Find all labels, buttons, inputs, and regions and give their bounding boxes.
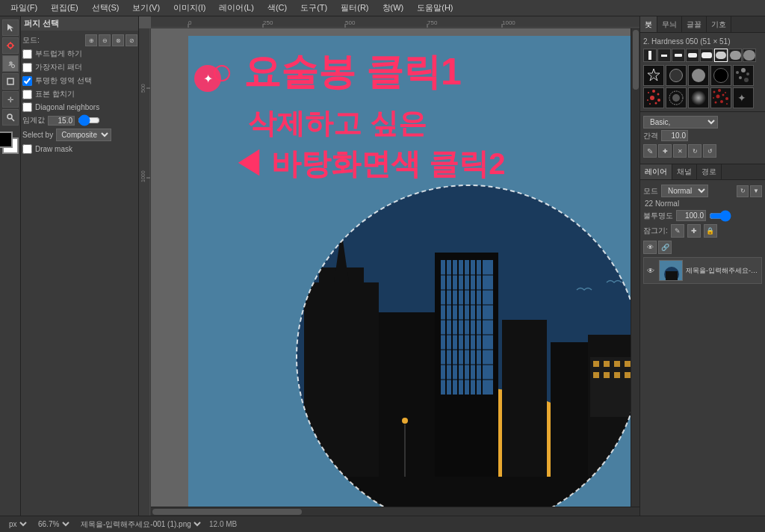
layer-controls: 👁 🔗 <box>643 239 762 256</box>
tab-layers[interactable]: 레이어 <box>640 164 672 179</box>
svg-point-95 <box>713 97 714 99</box>
canvas-area[interactable]: 0 250 500 750 1000 500 1000 <box>139 16 639 516</box>
brush-tool-5[interactable]: ↺ <box>703 144 716 158</box>
canvas-viewport[interactable]: ○ 요술봉 클릭1 삭제하고 싶은 ◀ 바탕화면색 클릭2 <box>151 28 639 516</box>
status-filename: 제목을-입력해주세요-001 (1).png <box>78 519 203 529</box>
brush-cell[interactable] <box>743 49 756 62</box>
mode-icon-refresh[interactable]: ↻ <box>737 185 749 197</box>
tab-symbol[interactable]: 기호 <box>707 16 731 32</box>
svg-text:◀ 바탕화면색 클릭2: ◀ 바탕화면색 클릭2 <box>233 147 505 180</box>
brush-cell[interactable] <box>686 49 699 62</box>
svg-point-96 <box>716 95 720 99</box>
foreground-swatch[interactable] <box>0 132 13 148</box>
tool-pointer[interactable] <box>2 19 19 36</box>
mode-btn-2[interactable]: ⊖ <box>99 34 111 46</box>
menu-layer[interactable]: 레이어(L) <box>213 1 259 15</box>
canvas-document[interactable]: ○ 요술봉 클릭1 삭제하고 싶은 ◀ 바탕화면색 클릭2 <box>188 36 639 516</box>
mode-btn-1[interactable]: ⊕ <box>85 34 97 46</box>
paint-btn-3[interactable]: 🔒 <box>704 224 717 238</box>
menu-window[interactable]: 창(W) <box>377 1 410 15</box>
diagonal-checkbox[interactable] <box>22 102 32 112</box>
svg-point-99 <box>715 102 717 104</box>
tab-pattern[interactable]: 무늬 <box>657 16 682 32</box>
brush-rough[interactable] <box>666 87 687 108</box>
filename-dropdown[interactable]: 제목을-입력해주세요-001 (1).png <box>78 519 203 529</box>
threshold-slider[interactable] <box>78 117 100 124</box>
scroll-thumb-v[interactable] <box>633 30 639 90</box>
layer-link[interactable]: 🔗 <box>658 241 672 254</box>
smooth-checkbox[interactable] <box>22 49 32 59</box>
option-transparent: 투명한 영역 선택 <box>21 74 138 87</box>
paint-btn-1[interactable]: ✎ <box>671 224 684 238</box>
menu-file[interactable]: 파일(F) <box>4 1 43 15</box>
scrollbar-horizontal[interactable] <box>151 507 639 516</box>
tool-zoom[interactable] <box>2 109 19 126</box>
brush-cell[interactable] <box>700 49 713 62</box>
select-by-dropdown[interactable]: Composite Red Green Blue <box>56 129 111 141</box>
brush-cell[interactable] <box>657 49 671 62</box>
brush-tool-4[interactable]: ↻ <box>688 144 701 158</box>
menu-tools[interactable]: 도구(T) <box>294 1 333 15</box>
svg-point-82 <box>652 90 655 93</box>
brush-scatter[interactable] <box>733 65 754 86</box>
mode-icon-down[interactable]: ▼ <box>750 185 762 197</box>
svg-rect-60 <box>604 361 610 367</box>
brush-soft[interactable] <box>688 87 709 108</box>
brush-name-dropdown[interactable]: Basic, <box>643 116 718 129</box>
zoom-dropdown[interactable]: 66.7% <box>35 519 72 529</box>
brush-tool-2[interactable]: ✚ <box>658 144 672 158</box>
diagonal-label: Diagonal neighbors <box>35 103 99 111</box>
tool-wand[interactable] <box>2 37 19 54</box>
brush-cell[interactable] <box>728 49 742 62</box>
tool-move[interactable]: ✛ <box>2 91 19 108</box>
svg-text:500: 500 <box>140 84 146 93</box>
tab-channels[interactable]: 채널 <box>672 164 697 179</box>
tab-paths[interactable]: 경로 <box>697 164 722 179</box>
layer-visibility[interactable]: 👁 <box>645 267 656 275</box>
brush-textured1[interactable] <box>710 87 731 108</box>
unit-dropdown[interactable]: px <box>6 519 29 529</box>
threshold-input[interactable] <box>48 116 75 126</box>
sample-checkbox[interactable] <box>22 90 32 99</box>
brush-cell[interactable] <box>643 49 657 62</box>
left-panel: 퍼지 선택 모드: ⊕ ⊖ ⊗ ⊘ 부드럽게 하기 가장자리 패더 투명한 영역… <box>21 16 139 516</box>
feather-checkbox[interactable] <box>22 63 32 72</box>
mode-btn-3[interactable]: ⊗ <box>112 34 124 46</box>
mode-dropdown[interactable]: Normal <box>661 185 708 197</box>
brush-round[interactable] <box>666 65 687 86</box>
layer-item[interactable]: 👁 제목을-입력해주세요-001 (1).png <box>643 257 762 284</box>
brush-star[interactable] <box>643 65 664 86</box>
scrollbar-vertical[interactable] <box>631 28 639 507</box>
tab-font[interactable]: 글꼴 <box>682 16 707 32</box>
tool-crop[interactable] <box>2 73 19 90</box>
brush-tool-3[interactable]: ✕ <box>673 144 687 158</box>
opacity-input[interactable] <box>676 210 706 221</box>
opacity-slider[interactable] <box>709 212 731 220</box>
tab-brush[interactable]: 붓 <box>640 16 657 32</box>
brush-dark[interactable] <box>710 65 731 86</box>
brush-splatter[interactable] <box>643 87 664 108</box>
menu-edit[interactable]: 편집(E) <box>45 1 84 15</box>
transparent-checkbox[interactable] <box>22 76 32 86</box>
layer-new[interactable]: 👁 <box>643 241 657 254</box>
spacing-input[interactable] <box>661 130 688 141</box>
sample-label: 표본 합치기 <box>35 89 75 99</box>
brush-cell[interactable] <box>672 49 685 62</box>
menu-select[interactable]: 선택(S) <box>86 1 126 15</box>
brush-textured2[interactable]: ✦ <box>733 87 754 108</box>
svg-point-92 <box>713 91 716 93</box>
svg-rect-62 <box>625 361 631 367</box>
menu-help[interactable]: 도움말(H) <box>411 1 459 15</box>
svg-rect-39 <box>441 260 493 395</box>
tool-fuzzy-select[interactable] <box>2 55 19 72</box>
brush-tool-1[interactable]: ✎ <box>643 144 657 158</box>
menu-image[interactable]: 이미지(I) <box>167 1 211 15</box>
menu-color[interactable]: 색(C) <box>261 1 293 15</box>
menu-view[interactable]: 보기(V) <box>126 1 166 15</box>
mode-btn-4[interactable]: ⊘ <box>126 34 137 46</box>
menu-filter[interactable]: 필터(R) <box>335 1 374 15</box>
paint-btn-2[interactable]: ✚ <box>687 224 701 238</box>
scroll-thumb-h[interactable] <box>152 509 302 515</box>
brush-cell-selected[interactable] <box>714 49 728 62</box>
brush-filled[interactable] <box>688 65 709 86</box>
